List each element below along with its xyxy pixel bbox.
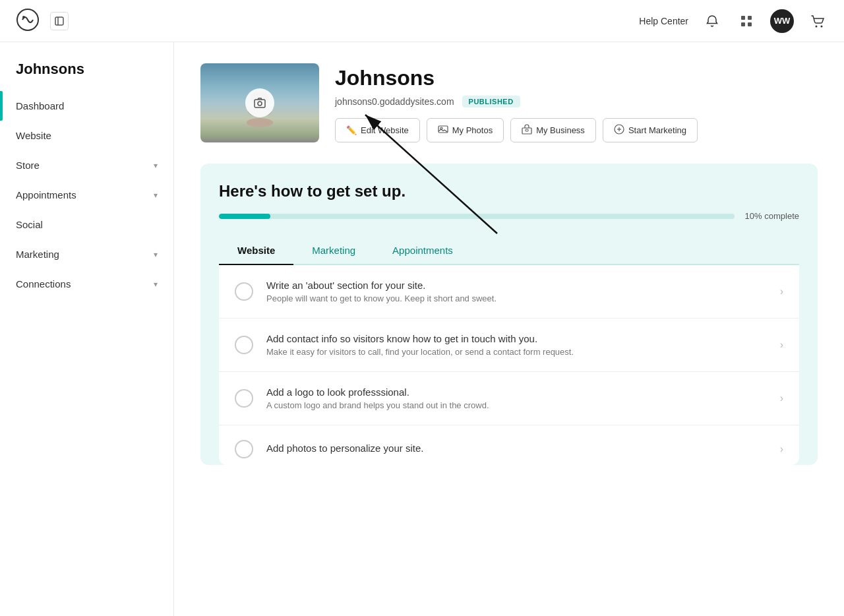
edit-website-label: Edit Website bbox=[361, 125, 409, 135]
plus-circle-icon bbox=[614, 124, 624, 137]
photos-icon bbox=[438, 124, 448, 137]
sidebar-item-social[interactable]: Social bbox=[0, 210, 173, 239]
checklist-desc-logo: A custom logo and brand helps you stand … bbox=[266, 400, 767, 410]
apps-grid-button[interactable] bbox=[736, 11, 757, 32]
svg-point-13 bbox=[440, 127, 442, 129]
setup-tabs: Website Marketing Appointments bbox=[219, 237, 799, 265]
tab-appointments[interactable]: Appointments bbox=[374, 237, 471, 265]
edit-icon: ✏️ bbox=[346, 125, 357, 135]
svg-rect-10 bbox=[255, 100, 265, 108]
profile-actions: ✏️ Edit Website My Photos bbox=[335, 118, 818, 142]
svg-rect-4 bbox=[741, 16, 745, 20]
help-center-link[interactable]: Help Center bbox=[639, 16, 688, 26]
progress-label: 10% complete bbox=[745, 211, 799, 221]
sidebar-item-label: Store bbox=[16, 160, 40, 171]
checklist-desc-about: People will want to get to know you. Kee… bbox=[266, 293, 767, 303]
checklist-item-logo[interactable]: Add a logo to look professsional. A cust… bbox=[219, 372, 799, 425]
sidebar-item-appointments[interactable]: Appointments ▾ bbox=[0, 180, 173, 210]
chevron-down-icon: ▾ bbox=[154, 250, 158, 259]
progress-fill bbox=[219, 214, 270, 219]
tab-marketing[interactable]: Marketing bbox=[293, 237, 374, 265]
stone-3 bbox=[247, 118, 273, 127]
sidebar-item-label: Dashboard bbox=[16, 100, 64, 111]
my-business-button[interactable]: My Business bbox=[510, 118, 596, 142]
sidebar-item-label: Marketing bbox=[16, 249, 59, 260]
chevron-right-icon: › bbox=[780, 286, 783, 297]
header-left bbox=[16, 8, 69, 34]
sidebar-item-website[interactable]: Website bbox=[0, 121, 173, 150]
svg-point-11 bbox=[258, 102, 262, 106]
svg-point-8 bbox=[816, 25, 818, 27]
sidebar-item-dashboard[interactable]: Dashboard bbox=[0, 91, 173, 121]
sidebar-item-label: Appointments bbox=[16, 189, 76, 200]
svg-rect-15 bbox=[526, 129, 528, 131]
svg-rect-7 bbox=[748, 22, 752, 26]
sidebar-item-label: Social bbox=[16, 219, 43, 230]
sidebar-brand: Johnsons bbox=[0, 42, 173, 91]
checklist-title-contact: Add contact info so visitors know how to… bbox=[266, 333, 767, 344]
svg-point-1 bbox=[22, 16, 25, 18]
user-avatar[interactable]: WW bbox=[770, 9, 794, 33]
sidebar-collapse-button[interactable] bbox=[50, 12, 69, 30]
logo[interactable] bbox=[16, 8, 40, 34]
header-right: Help Center WW bbox=[639, 9, 828, 33]
setup-card: Here's how to get set up. 10% complete W… bbox=[200, 164, 818, 465]
chevron-right-icon: › bbox=[780, 443, 783, 455]
notifications-button[interactable] bbox=[702, 11, 723, 32]
chevron-right-icon: › bbox=[780, 339, 783, 351]
start-marketing-label: Start Marketing bbox=[628, 125, 686, 135]
my-photos-label: My Photos bbox=[452, 125, 493, 135]
business-icon bbox=[522, 124, 532, 137]
sidebar-item-store[interactable]: Store ▾ bbox=[0, 150, 173, 180]
profile-url-row: johnsons0.godaddysites.com PUBLISHED bbox=[335, 96, 818, 108]
check-circle-contact bbox=[235, 336, 253, 354]
check-circle-logo bbox=[235, 389, 253, 408]
header: Help Center WW bbox=[0, 0, 844, 42]
checklist-text-about: Write an 'about' section for your site. … bbox=[266, 280, 767, 303]
checklist-desc-contact: Make it easy for visitors to call, find … bbox=[266, 347, 767, 357]
check-circle-photos bbox=[235, 440, 253, 458]
main-content: Johnsons johnsons0.godaddysites.com PUBL… bbox=[174, 42, 844, 616]
sidebar-item-connections[interactable]: Connections ▾ bbox=[0, 269, 173, 299]
edit-website-button[interactable]: ✏️ Edit Website bbox=[335, 118, 420, 142]
my-photos-button[interactable]: My Photos bbox=[427, 118, 504, 142]
checklist-title-about: Write an 'about' section for your site. bbox=[266, 280, 767, 291]
checklist-text-contact: Add contact info so visitors know how to… bbox=[266, 333, 767, 357]
camera-button[interactable] bbox=[245, 88, 274, 117]
profile-name: Johnsons bbox=[335, 66, 818, 90]
chevron-down-icon: ▾ bbox=[154, 280, 158, 289]
layout: Johnsons Dashboard Website Store ▾ Appoi… bbox=[0, 42, 844, 616]
progress-bar bbox=[219, 214, 735, 219]
checklist-text-logo: Add a logo to look professsional. A cust… bbox=[266, 386, 767, 410]
profile-image bbox=[200, 63, 319, 142]
profile-section: Johnsons johnsons0.godaddysites.com PUBL… bbox=[200, 63, 818, 142]
sidebar: Johnsons Dashboard Website Store ▾ Appoi… bbox=[0, 42, 174, 616]
checklist-item-photos[interactable]: Add photos to personalize your site. › bbox=[219, 425, 799, 465]
chevron-right-icon: › bbox=[780, 392, 783, 404]
progress-row: 10% complete bbox=[219, 211, 799, 221]
tab-website[interactable]: Website bbox=[219, 237, 293, 265]
start-marketing-button[interactable]: Start Marketing bbox=[603, 118, 698, 142]
chevron-down-icon: ▾ bbox=[154, 161, 158, 170]
setup-title: Here's how to get set up. bbox=[219, 182, 799, 200]
checklist-title-logo: Add a logo to look professsional. bbox=[266, 386, 767, 398]
sidebar-item-marketing[interactable]: Marketing ▾ bbox=[0, 239, 173, 269]
sidebar-nav: Dashboard Website Store ▾ Appointments ▾… bbox=[0, 91, 173, 616]
cart-button[interactable] bbox=[807, 11, 828, 32]
checklist: Write an 'about' section for your site. … bbox=[219, 265, 799, 465]
published-badge: PUBLISHED bbox=[462, 96, 520, 108]
svg-rect-2 bbox=[55, 17, 63, 25]
checklist-item-contact[interactable]: Add contact info so visitors know how to… bbox=[219, 319, 799, 372]
svg-point-9 bbox=[821, 25, 823, 27]
svg-rect-5 bbox=[748, 16, 752, 20]
svg-rect-6 bbox=[741, 22, 745, 26]
profile-url: johnsons0.godaddysites.com bbox=[335, 96, 454, 107]
profile-info: Johnsons johnsons0.godaddysites.com PUBL… bbox=[335, 63, 818, 142]
my-business-label: My Business bbox=[536, 125, 585, 135]
checklist-item-about[interactable]: Write an 'about' section for your site. … bbox=[219, 265, 799, 319]
chevron-down-icon: ▾ bbox=[154, 191, 158, 200]
check-circle-about bbox=[235, 282, 253, 301]
sidebar-item-label: Website bbox=[16, 130, 51, 141]
sidebar-item-label: Connections bbox=[16, 278, 71, 290]
checklist-title-photos: Add photos to personalize your site. bbox=[266, 443, 767, 454]
